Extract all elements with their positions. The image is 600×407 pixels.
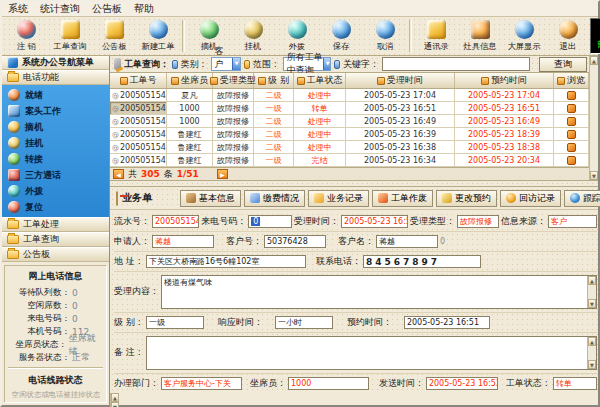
- table-scrollbar[interactable]: [589, 56, 598, 180]
- table-row[interactable]: 2005051546 1000 故障报修 一级 转单 2005-05-23 16…: [110, 102, 589, 115]
- table-column-header[interactable]: 受理时间: [346, 73, 455, 88]
- scroll-up-icon[interactable]: [590, 56, 598, 65]
- dept-field[interactable]: 客户服务中心-下关: [161, 377, 242, 390]
- toolbar-button[interactable]: 注 销: [4, 18, 48, 54]
- menu-item[interactable]: 帮助: [134, 2, 154, 16]
- accept-type-field[interactable]: 故障报修: [457, 215, 499, 228]
- toolbar-button[interactable]: 大屏显示: [502, 18, 546, 54]
- table-column-header[interactable]: 工单状态: [294, 73, 346, 88]
- scroll-up-icon[interactable]: [111, 393, 119, 402]
- textarea-scrollbar[interactable]: [587, 337, 596, 369]
- customer-no-field[interactable]: 50376428: [264, 235, 326, 248]
- sidebar-phone-item[interactable]: 摘机: [2, 119, 109, 135]
- scroll-down-icon[interactable]: [590, 171, 598, 180]
- pager-bar: 共 305 条 1/51: [110, 167, 589, 180]
- toolbar-button[interactable]: 取消: [363, 18, 407, 54]
- order-appoint-time: 2005-05-23 17:04: [455, 89, 554, 101]
- table-row[interactable]: 2005051541 鲁建红 故障报修 一级 完结 2005-05-23 16:…: [110, 154, 589, 167]
- toolbar-button[interactable]: 外拨: [275, 18, 319, 54]
- form-row-6: 备 注：: [114, 333, 597, 374]
- menu-item[interactable]: 统计查询: [40, 2, 80, 16]
- level-field[interactable]: 一级: [146, 316, 204, 329]
- detail-tab-button[interactable]: 跟踪记录: [564, 190, 600, 207]
- textarea-scrollbar[interactable]: [587, 276, 596, 308]
- detail-tab-icon: [250, 193, 260, 203]
- sidebar-section-phone[interactable]: 电话功能: [2, 70, 109, 85]
- menu-item[interactable]: 系统: [8, 2, 28, 16]
- send-time-field[interactable]: 2005-05-23 16:52: [426, 377, 498, 390]
- toolbar-button[interactable]: 工单查询: [48, 18, 92, 54]
- browse-icon[interactable]: [567, 143, 576, 152]
- scroll-down-icon[interactable]: [111, 402, 119, 407]
- detail-tab-button[interactable]: 缴费情况: [244, 190, 305, 207]
- flow-field[interactable]: 2005051546: [152, 215, 199, 228]
- table-column-header[interactable]: 浏览: [554, 73, 589, 88]
- sidebar-section[interactable]: 工单处理: [2, 217, 109, 232]
- table-row[interactable]: 2005051542 鲁建红 故障报修 二级 处理中 2005-05-23 16…: [110, 141, 589, 154]
- detail-tab-button[interactable]: 业务记录: [308, 190, 369, 207]
- sidebar-section[interactable]: 工单查询: [2, 232, 109, 247]
- prev-page-button[interactable]: [113, 169, 124, 179]
- sidebar-phone-item[interactable]: 案头工作: [2, 103, 109, 119]
- browse-icon[interactable]: [567, 117, 576, 126]
- sidebar-phone-item[interactable]: 外拨: [2, 183, 109, 199]
- table-column-header[interactable]: 工单号: [110, 73, 167, 88]
- scroll-up-icon[interactable]: [588, 276, 596, 285]
- table-row[interactable]: 2005051543 鲁建红 故障报修 二级 处理中 2005-05-23 16…: [110, 128, 589, 141]
- table-column-header[interactable]: 预约时间: [455, 73, 554, 88]
- order-appoint-time: 2005-05-23 18:39: [455, 128, 554, 140]
- caller-field[interactable]: 0: [248, 215, 292, 228]
- detail-tab-button[interactable]: 回访记录: [500, 190, 561, 207]
- table-row[interactable]: 2005051547 夏凡 故障报修 二级 处理中 2005-05-23 17:…: [110, 89, 589, 102]
- sidebar-phone-item[interactable]: 就绪: [2, 87, 109, 103]
- browse-icon[interactable]: [567, 91, 576, 100]
- toolbar-button[interactable]: 灶具信息: [458, 18, 502, 54]
- status-field[interactable]: 转单: [553, 377, 597, 390]
- chevron-down-icon[interactable]: [323, 58, 330, 70]
- remark-textarea[interactable]: [146, 336, 597, 370]
- toolbar-button[interactable]: 退出: [546, 18, 590, 54]
- browse-icon[interactable]: [567, 156, 576, 165]
- toolbar-button[interactable]: 挂机: [231, 18, 275, 54]
- detail-tab-button[interactable]: 更改预约: [436, 190, 497, 207]
- table-column-header[interactable]: 坐席员: [167, 73, 213, 88]
- appoint-field[interactable]: 2005-05-23 16:51: [404, 316, 490, 329]
- sidebar-phone-item[interactable]: 挂机: [2, 135, 109, 151]
- toolbar-button[interactable]: 保存: [319, 18, 363, 54]
- toolbar-button[interactable]: 公告板: [92, 18, 136, 54]
- agent-field[interactable]: 1000: [288, 377, 369, 390]
- next-page-button[interactable]: [217, 169, 228, 179]
- browse-icon[interactable]: [567, 130, 576, 139]
- browse-icon[interactable]: [567, 104, 576, 113]
- splitter[interactable]: [110, 180, 598, 187]
- chevron-down-icon[interactable]: [232, 58, 240, 70]
- scroll-up-icon[interactable]: [588, 337, 596, 346]
- toolbar-button[interactable]: 通讯录: [414, 18, 458, 54]
- sidebar-phone-item[interactable]: 复位: [2, 199, 109, 215]
- table-row[interactable]: 2005051545 1000 故障报修 二级 处理中 2005-05-23 1…: [110, 115, 589, 128]
- scroll-down-icon[interactable]: [588, 360, 596, 369]
- category-select[interactable]: 客户名: [211, 57, 242, 71]
- applicant-field[interactable]: 蒋越: [152, 235, 214, 248]
- address-field[interactable]: 下关区大桥南路16号6幢102室: [146, 255, 306, 268]
- response-field[interactable]: 一小时: [275, 316, 333, 329]
- detail-tab-button[interactable]: 工单作废: [372, 190, 433, 207]
- sidebar-phone-item[interactable]: 三方通话: [2, 167, 109, 183]
- sidebar-phone-item[interactable]: 转接: [2, 151, 109, 167]
- detail-scrollbar[interactable]: [110, 393, 119, 407]
- detail-tab-button[interactable]: 基本信息: [180, 190, 241, 207]
- accept-time-field[interactable]: 2005-05-23 16:51: [341, 215, 408, 228]
- scroll-down-icon[interactable]: [588, 299, 596, 308]
- menu-item[interactable]: 公告板: [92, 2, 122, 16]
- table-column-header[interactable]: 级 别: [254, 73, 294, 88]
- customer-name-field[interactable]: 蒋越: [376, 235, 438, 248]
- table-column-header[interactable]: 受理类型: [213, 73, 254, 88]
- sidebar-section[interactable]: 公告板: [2, 247, 109, 262]
- source-field[interactable]: 客户: [548, 215, 597, 228]
- toolbar-button[interactable]: 新建工单: [136, 18, 180, 54]
- content-textarea[interactable]: 楼道有煤气味: [161, 275, 597, 309]
- keyword-input[interactable]: [382, 57, 530, 71]
- search-button[interactable]: 查询: [539, 57, 587, 72]
- scope-select[interactable]: 所有工单中查询: [283, 57, 332, 71]
- phone-field[interactable]: 84567897: [363, 255, 481, 268]
